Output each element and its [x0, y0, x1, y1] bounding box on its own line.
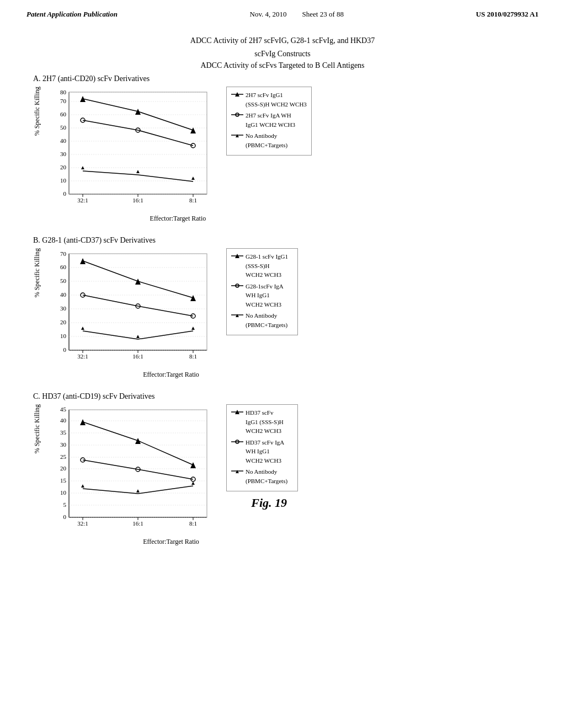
legend-item-c2: HD37 scFv IgAWH IgG1WCH2 WCH3	[231, 438, 293, 465]
legend-c-container: HD37 scFvIgG1 (SSS-S)HWCH2 WCH3 HD37 scF…	[221, 404, 298, 510]
chart-container-b: 0 10 20 30 40 50 60 70 32:1 16:1 8:1	[44, 248, 298, 379]
publication-label: Patent Application Publication	[26, 10, 118, 19]
chart-svg-c: 0 5 10 15 20 25 30 35 40 45 32:1	[44, 404, 221, 537]
svg-text:▲: ▲	[135, 168, 141, 174]
legend-item-c3: ▲ No Antibody(PBMC+Targets)	[231, 467, 293, 485]
svg-text:15: 15	[60, 477, 67, 484]
legend-line-a3: ▲	[231, 131, 243, 139]
svg-text:0: 0	[63, 346, 67, 353]
chart-area-c: % Specific Killing	[33, 404, 532, 546]
svg-text:40: 40	[60, 417, 67, 424]
svg-text:60: 60	[60, 264, 67, 270]
chart-area-a: % Specific Killing	[33, 87, 532, 223]
svg-text:0: 0	[63, 513, 67, 520]
svg-text:▲: ▲	[80, 325, 86, 331]
svg-text:50: 50	[60, 277, 67, 284]
section-a-label: A. 2H7 (anti-CD20) scFv Derivatives	[33, 74, 532, 83]
svg-text:32:1: 32:1	[77, 353, 88, 360]
header-center: Nov. 4, 2010 Sheet 23 of 88	[250, 10, 344, 19]
svg-text:35: 35	[60, 429, 67, 436]
svg-text:▲: ▲	[135, 333, 141, 339]
legend-item-a3: ▲ No Antibody(PBMC+Targets)	[231, 131, 307, 149]
svg-text:▲: ▲	[80, 483, 86, 489]
legend-c: HD37 scFvIgG1 (SSS-S)HWCH2 WCH3 HD37 scF…	[226, 404, 298, 491]
page-header: Patent Application Publication Nov. 4, 2…	[0, 0, 565, 24]
svg-text:16:1: 16:1	[132, 353, 143, 360]
svg-text:▲: ▲	[234, 132, 240, 138]
chart-and-legend-c: 0 5 10 15 20 25 30 35 40 45 32:1	[44, 404, 298, 537]
svg-text:30: 30	[60, 151, 67, 157]
legend-item-b3: ▲ No Antibody(PBMC+Targets)	[231, 311, 293, 329]
y-label-a: % Specific Killing	[33, 87, 43, 136]
svg-text:▲: ▲	[190, 480, 196, 486]
legend-item-a1: 2H7 scFv IgG1(SSS-S)H WCH2 WCH3	[231, 90, 307, 109]
svg-text:▲: ▲	[234, 468, 240, 474]
svg-text:▲: ▲	[80, 164, 86, 170]
svg-text:10: 10	[60, 177, 67, 184]
svg-text:25: 25	[60, 453, 67, 460]
section-c-label: C. HD37 (anti-CD19) scFv Derivatives	[33, 392, 532, 401]
svg-text:0: 0	[63, 190, 67, 197]
svg-text:32:1: 32:1	[77, 520, 88, 527]
main-title-line2: scFvIg Constructs	[33, 49, 532, 60]
legend-line-b3: ▲	[231, 311, 243, 319]
svg-text:50: 50	[60, 124, 67, 131]
svg-text:▲: ▲	[190, 175, 196, 181]
legend-line-c3: ▲	[231, 467, 243, 475]
svg-text:32:1: 32:1	[77, 197, 88, 204]
svg-text:70: 70	[60, 250, 67, 257]
legend-b: G28-1 scFv IgG1(SSS-S)HWCH2 WCH3 G28-1sc…	[226, 248, 298, 335]
main-title-line1: ADCC Activity of 2H7 scFvIG, G28-1 scFvI…	[33, 35, 532, 46]
sub-title: ADCC Activity of scFvs Targeted to B Cel…	[33, 61, 532, 70]
chart-container-c: 0 5 10 15 20 25 30 35 40 45 32:1	[44, 404, 298, 546]
svg-text:70: 70	[60, 98, 67, 104]
x-label-c: Effector:Target Ratio	[143, 538, 199, 546]
legend-line-c2	[231, 438, 243, 446]
svg-text:60: 60	[60, 111, 67, 117]
svg-text:30: 30	[60, 441, 67, 448]
chart-svg-a: 0 10 20 30 40 50 60 70 80 32:1 16:1	[44, 87, 221, 213]
legend-item-b1: G28-1 scFv IgG1(SSS-S)HWCH2 WCH3	[231, 252, 293, 280]
svg-text:10: 10	[60, 333, 67, 339]
svg-text:8:1: 8:1	[189, 520, 197, 527]
svg-marker-112	[135, 438, 141, 444]
legend-line-a1	[231, 90, 243, 98]
svg-text:20: 20	[60, 164, 67, 170]
chart-container-a: 0 10 20 30 40 50 60 70 80 32:1 16:1	[44, 87, 312, 223]
section-b-label: B. G28-1 (anti-CD37) scFv Derivatives	[33, 236, 532, 245]
svg-text:45: 45	[60, 406, 67, 413]
svg-marker-29	[190, 127, 196, 133]
legend-line-c1	[231, 408, 243, 416]
sheet-info: Sheet 23 of 88	[302, 10, 344, 19]
svg-rect-82	[69, 410, 207, 517]
publication-date: Nov. 4, 2010	[250, 10, 287, 19]
legend-item-a2: 2H7 scFv IgA WHIgG1 WCH2 WCH3	[231, 111, 307, 129]
section-b: B. G28-1 (anti-CD37) scFv Derivatives % …	[33, 236, 532, 379]
x-label-a: Effector:Target Ratio	[150, 215, 206, 223]
svg-text:10: 10	[60, 489, 67, 496]
svg-text:▲: ▲	[190, 325, 196, 331]
page: { "header": { "left": "Patent Applicatio…	[0, 0, 565, 728]
chart-and-legend-b: 0 10 20 30 40 50 60 70 32:1 16:1 8:1	[44, 248, 298, 370]
svg-text:8:1: 8:1	[189, 197, 197, 204]
svg-rect-11	[69, 92, 207, 194]
legend-line-b2	[231, 282, 243, 290]
chart-and-legend-a: 0 10 20 30 40 50 60 70 80 32:1 16:1	[44, 87, 312, 213]
legend-line-a2	[231, 111, 243, 119]
svg-marker-69	[190, 295, 196, 301]
legend-a: 2H7 scFv IgG1(SSS-S)H WCH2 WCH3 2H7 scFv…	[226, 87, 312, 156]
y-label-c: % Specific Killing	[33, 404, 43, 453]
y-label-b: % Specific Killing	[33, 248, 43, 297]
svg-text:80: 80	[60, 89, 67, 95]
main-content: ADCC Activity of 2H7 scFvIG, G28-1 scFvI…	[0, 24, 565, 570]
section-a: A. 2H7 (anti-CD20) scFv Derivatives % Sp…	[33, 74, 532, 223]
legend-item-c1: HD37 scFvIgG1 (SSS-S)HWCH2 WCH3	[231, 408, 293, 436]
x-label-b: Effector:Target Ratio	[143, 371, 199, 379]
svg-marker-113	[190, 462, 196, 468]
svg-text:▲: ▲	[234, 312, 240, 318]
svg-text:20: 20	[60, 465, 67, 472]
svg-text:8:1: 8:1	[189, 353, 197, 360]
svg-text:16:1: 16:1	[132, 197, 143, 204]
chart-area-b: % Specific Killing	[33, 248, 532, 379]
svg-text:16:1: 16:1	[132, 520, 143, 527]
